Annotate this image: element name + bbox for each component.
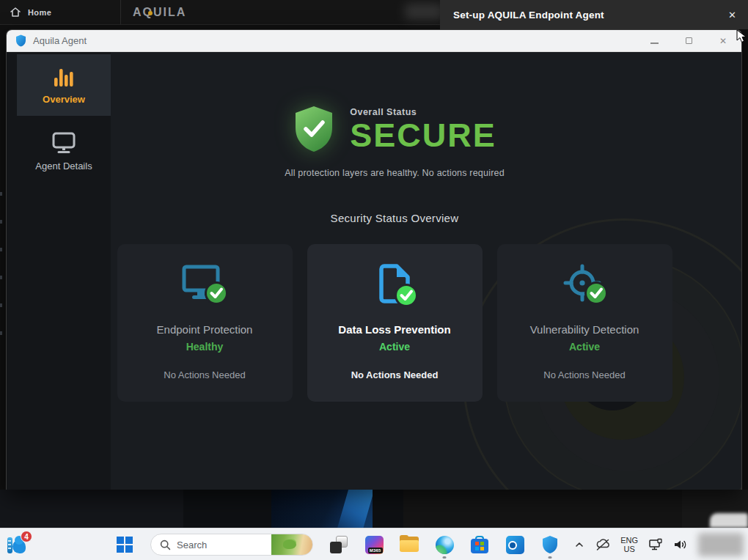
sidebar-item-agent-details[interactable]: Agent Details [17,120,111,182]
start-button[interactable] [115,535,134,554]
card-action: No Actions Needed [164,369,245,380]
folder-icon [400,537,419,553]
desktop-edge-mark [0,276,2,279]
logo-q-dot [148,11,153,15]
background-wallpaper-art [271,490,373,528]
task-view-button[interactable] [329,535,348,554]
main-content: Overall Status SECURE All protection lay… [111,52,741,490]
status-cards-row: Endpoint Protection Healthy No Actions N… [117,244,672,402]
setup-panel-header: Set-up AQUILA Endpoint Agent ✕ [440,0,748,29]
top-bar-divider [120,0,121,25]
card-endpoint-protection: Endpoint Protection Healthy No Actions N… [117,244,293,402]
running-indicator [549,556,552,559]
card-action: No Actions Needed [543,369,625,380]
notification-badge: 4 [21,531,32,542]
card-status: Active [569,341,600,353]
desktop-edge-mark [0,248,2,251]
section-heading: Security Status Overview [331,212,459,224]
file-check-icon [369,263,420,307]
mouse-cursor [736,29,747,44]
maximize-button[interactable] [683,36,694,46]
status-subtitle: All protection layers are healthy. No ac… [285,168,505,178]
running-indicator [443,556,447,559]
sidebar-item-label: Overview [43,94,85,105]
card-title: Vulnerability Detection [530,323,639,336]
bar-chart-icon [53,66,75,88]
secure-shield-icon [293,105,335,153]
overall-status-value: SECURE [350,119,496,152]
outlook-button[interactable] [505,535,524,554]
card-data-loss-prevention: Data Loss Prevention Active No Actions N… [307,244,483,402]
m365-icon: M365 [365,536,384,554]
edge-browser-button[interactable] [435,535,454,554]
card-status: Healthy [186,341,224,353]
card-title: Data Loss Prevention [338,323,450,336]
task-view-icon [330,542,342,553]
desktop-edge-mark [0,192,2,196]
aquila-agent-taskbar-button[interactable] [540,535,560,554]
close-button[interactable]: ✕ [718,36,728,46]
setup-close-icon[interactable]: ✕ [728,10,736,21]
app-shield-icon [15,34,26,47]
card-action: No Actions Needed [351,369,439,380]
search-input[interactable] [177,539,257,550]
weather-widget-icon [7,537,12,553]
search-highlight-image[interactable] [271,534,312,556]
aquila-agent-window: Aquila Agent ✕ Overview [6,29,742,490]
minimize-button[interactable] [649,36,659,46]
monitor-check-icon [179,263,230,307]
clock-blurred[interactable] [698,533,744,556]
outlook-icon [506,536,524,554]
language-indicator[interactable]: ENG US [620,536,638,553]
nav-home[interactable]: Home [0,7,120,17]
desktop: Home AQUILA Set-up AQUILA Endpoint Agent… [0,0,748,560]
desktop-edge-mark [0,331,2,335]
taskbar: 4 M365 [0,528,748,560]
file-explorer-button[interactable] [400,535,419,554]
overall-status-hero: Overall Status SECURE [293,105,496,153]
overall-status-label: Overall Status [350,107,496,117]
windows-logo-icon [117,537,133,553]
edge-icon [436,536,454,554]
aquila-logo: AQUILA [133,6,186,19]
onedrive-offline-icon[interactable] [595,538,610,551]
store-icon [471,536,488,553]
sidebar-item-label: Agent Details [35,161,92,172]
flyout-corner-blur [710,513,748,528]
network-icon[interactable] [648,538,663,551]
card-vulnerability-detection: Vulnerability Detection Active No Action… [497,244,672,402]
card-status: Active [379,341,410,353]
home-label: Home [28,8,51,17]
shield-icon [541,535,559,554]
widgets-button[interactable]: 4 [7,533,38,556]
sidebar-item-overview[interactable]: Overview [17,54,111,116]
card-title: Endpoint Protection [157,323,253,336]
desktop-edge-mark [0,220,2,224]
desktop-edge-mark [0,303,2,307]
m365-button[interactable]: M365 [364,535,384,554]
sidebar: Overview Agent Details [7,52,111,490]
blurred-tab-label [405,4,443,20]
target-check-icon [559,263,610,307]
search-icon [160,539,171,550]
volume-icon[interactable] [673,538,688,551]
window-title: Aquila Agent [33,35,87,46]
tray-chevron-up-icon[interactable] [573,539,585,550]
taskbar-search[interactable] [150,534,313,556]
home-icon [10,7,21,17]
window-titlebar[interactable]: Aquila Agent ✕ [7,30,741,52]
desktop-background-strip [0,490,748,528]
setup-panel-title: Set-up AQUILA Endpoint Agent [440,10,604,21]
microsoft-store-button[interactable] [470,535,489,554]
monitor-icon [51,131,77,155]
